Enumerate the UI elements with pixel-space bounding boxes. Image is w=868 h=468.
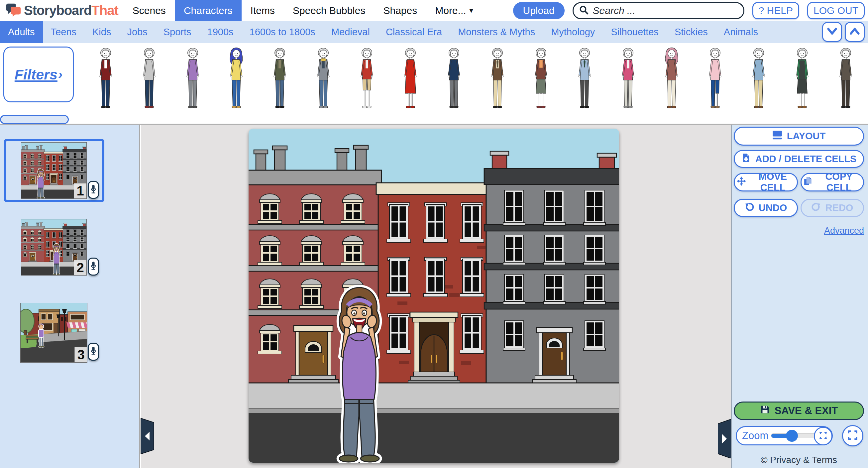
logo-text: StoryboardThat: [24, 3, 118, 18]
arrows-cross-icon: [737, 177, 746, 188]
collapse-right-panel-button[interactable]: [718, 419, 731, 458]
zoom-controls: Zoom: [734, 426, 864, 446]
speech-bubbles-icon: [6, 3, 21, 19]
main-nav: Scenes Characters Items Speech Bubbles S…: [124, 0, 482, 21]
filters-button[interactable]: Filters›: [3, 46, 74, 102]
cell-item-1: 1: [4, 139, 104, 202]
zoom-slider-track[interactable]: [771, 433, 819, 438]
tab-1600s-to-1800s[interactable]: 1600s to 1800s: [242, 21, 323, 43]
character-thumb-adult-2[interactable]: [127, 45, 171, 112]
caret-down-icon: ▾: [470, 6, 473, 15]
cell-3-record-audio-button[interactable]: [88, 343, 99, 361]
screen-layout-icon: [772, 130, 782, 142]
layout-button[interactable]: LAYOUT: [734, 127, 864, 146]
upload-button[interactable]: Upload: [513, 2, 565, 19]
tab-jobs[interactable]: Jobs: [119, 21, 155, 43]
advanced-link[interactable]: Advanced: [734, 226, 864, 236]
character-thumb-adult-10[interactable]: [475, 45, 519, 112]
character-thumb-adult-4[interactable]: [214, 45, 258, 112]
undo-button[interactable]: UNDO: [734, 199, 798, 217]
search-box[interactable]: [572, 2, 744, 19]
logout-button[interactable]: LOG OUT: [807, 2, 865, 19]
search-input[interactable]: [592, 5, 738, 17]
floppy-disk-icon: [760, 405, 770, 417]
microphone-icon: [90, 345, 97, 358]
character-row-scrollbar[interactable]: [0, 115, 69, 124]
canvas-workspace: [141, 125, 731, 468]
fit-to-screen-button[interactable]: [814, 427, 832, 445]
save-and-exit-button[interactable]: SAVE & EXIT: [734, 402, 864, 420]
character-thumb-adult-14[interactable]: [650, 45, 693, 112]
cell-thumbnail-1[interactable]: 1: [21, 143, 86, 198]
character-thumb-adult-5[interactable]: [258, 45, 301, 112]
arrows-out-icon: [818, 431, 828, 442]
scroll-categories-up-button[interactable]: [845, 22, 865, 42]
page-plus-icon: [741, 153, 751, 165]
collapse-left-panel-button[interactable]: [141, 418, 154, 454]
tab-kids[interactable]: Kids: [84, 21, 119, 43]
storyboard-canvas-cell[interactable]: [249, 129, 619, 463]
chevron-down-icon: [827, 26, 838, 38]
tab-adults[interactable]: Adults: [0, 21, 43, 43]
scroll-categories-down-button[interactable]: [822, 22, 842, 42]
cell-1-record-audio-button[interactable]: [88, 181, 99, 199]
character-thumb-adult-3[interactable]: [171, 45, 214, 112]
character-thumb-adult-17[interactable]: [780, 45, 824, 112]
character-thumb-adult-6[interactable]: [301, 45, 345, 112]
privacy-terms-link[interactable]: © Privacy & Terms: [734, 455, 864, 465]
tab-monsters-myths[interactable]: Monsters & Myths: [450, 21, 543, 43]
cell-thumbnail-3[interactable]: 3: [21, 303, 87, 362]
nav-item-speech-bubbles[interactable]: Speech Bubbles: [284, 0, 374, 21]
tab-animals[interactable]: Animals: [716, 21, 766, 43]
nav-item-characters[interactable]: Characters: [175, 0, 242, 21]
tools-sidebar: LAYOUT ADD / DELETE CELLS MOVE CELL COPY…: [731, 125, 868, 468]
nav-item-more[interactable]: More...▾: [426, 0, 482, 21]
add-delete-cells-button[interactable]: ADD / DELETE CELLS: [734, 150, 864, 168]
cells-sidebar: 1 2: [0, 125, 140, 468]
character-thumb-adult-12[interactable]: [563, 45, 606, 112]
workspace: 1 2: [0, 125, 868, 468]
nav-item-items[interactable]: Items: [242, 0, 284, 21]
cell-2-record-audio-button[interactable]: [88, 258, 99, 276]
storyboardthat-logo[interactable]: StoryboardThat: [6, 3, 118, 19]
tab-stickies[interactable]: Stickies: [666, 21, 716, 43]
redo-button[interactable]: REDO: [801, 199, 864, 217]
microphone-icon: [90, 184, 97, 196]
character-thumb-adult-15[interactable]: [693, 45, 737, 112]
canvas-character: [339, 287, 379, 462]
character-thumb-adult-9[interactable]: [432, 45, 475, 112]
tab-teens[interactable]: Teens: [43, 21, 84, 43]
character-thumb-adult-16[interactable]: [737, 45, 780, 112]
zoom-label: Zoom: [742, 430, 768, 442]
corner-brackets-icon: [847, 430, 858, 442]
copy-cell-button[interactable]: COPY CELL: [801, 173, 864, 191]
character-thumb-adult-11[interactable]: [519, 45, 563, 112]
undo-arrow-icon: [745, 202, 754, 214]
tab-1900s[interactable]: 1900s: [199, 21, 242, 43]
character-results-row: [84, 45, 868, 112]
tab-classical-era[interactable]: Classical Era: [378, 21, 450, 43]
search-icon: [579, 5, 589, 16]
character-thumb-adult-8[interactable]: [389, 45, 432, 112]
nav-item-shapes[interactable]: Shapes: [374, 0, 426, 21]
tab-sports[interactable]: Sports: [156, 21, 199, 43]
tab-silhouettes[interactable]: Silhouettes: [603, 21, 666, 43]
zoom-slider-thumb[interactable]: [786, 430, 798, 442]
tab-mythology[interactable]: Mythology: [543, 21, 603, 43]
cell-thumbnail-2[interactable]: 2: [21, 219, 86, 275]
cell-number-badge: 2: [74, 260, 86, 275]
cell-item-2: 2: [4, 216, 104, 279]
help-button[interactable]: ? HELP: [752, 2, 799, 19]
nav-item-scenes[interactable]: Scenes: [124, 0, 175, 21]
fullscreen-button[interactable]: [842, 425, 863, 446]
redo-arrow-icon: [811, 202, 821, 214]
move-cell-button[interactable]: MOVE CELL: [734, 173, 798, 191]
character-thumb-adult-18[interactable]: [824, 45, 867, 112]
cell-item-3: 3: [4, 300, 104, 366]
chevron-up-icon: [849, 26, 860, 38]
tab-medieval[interactable]: Medieval: [323, 21, 378, 43]
character-thumb-adult-13[interactable]: [606, 45, 650, 112]
angle-right-icon: ›: [58, 67, 62, 82]
character-thumb-adult-7[interactable]: [345, 45, 389, 112]
character-thumb-adult-1[interactable]: [84, 45, 127, 112]
